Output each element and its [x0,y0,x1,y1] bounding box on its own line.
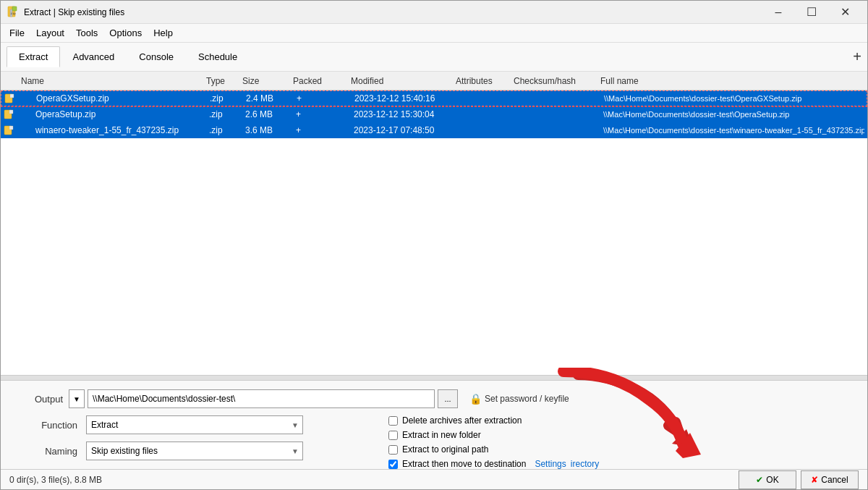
status-text: 0 dir(s), 3 file(s), 8.8 MB [9,475,102,485]
col-header-name[interactable]: Name [4,76,206,86]
cancel-label: Cancel [821,475,848,485]
file-icon [4,124,15,136]
file-name: OperaGXSetup.zip [19,93,210,104]
svg-rect-5 [10,94,14,98]
file-modified: 2023-12-17 07:48:50 [354,125,459,135]
file-modified: 2023-12-12 15:30:04 [354,109,459,119]
checkbox-new-folder: Extract in new folder [388,430,599,440]
svg-text:zip: zip [11,12,17,15]
file-icon [4,109,15,120]
status-bar: 0 dir(s), 3 file(s), 8.8 MB ✔ OK ✘ Cance… [1,469,867,489]
naming-label: Naming [12,446,77,457]
move-destination-label: Extract then move to destination [402,459,526,469]
col-header-checksum[interactable]: Checksum/hash [514,76,600,86]
ok-label: OK [766,475,778,485]
table-row[interactable]: OperaGXSetup.zip .zip 2.4 MB + 2023-12-1… [1,90,867,106]
bottom-panel: Output ▼ ... 🔒 Set password / keyfile Fu… [1,381,867,469]
lock-icon: 🔒 [469,393,482,405]
checkbox-move-destination: Extract then move to destination Setting… [388,459,599,469]
function-select[interactable]: Extract [86,415,303,434]
checkbox-original-path: Extract to original path [388,444,599,455]
file-packed: + [296,125,354,135]
table-row[interactable]: OperaSetup.zip .zip 2.6 MB + 2023-12-12 … [1,106,867,122]
file-icon [4,93,16,104]
naming-select[interactable]: Skip existing files [86,442,303,460]
output-label: Output [12,394,63,405]
forms-area: Function Extract ▼ Naming Skip existing … [12,415,856,469]
naming-row: Naming Skip existing files ▼ [12,442,359,460]
cancel-x-icon: ✘ [811,475,818,485]
app-icon: zip [7,6,20,19]
function-select-wrapper: Extract ▼ [86,415,303,434]
delete-archives-checkbox[interactable] [388,416,398,426]
function-label: Function [12,420,77,431]
menu-options[interactable]: Options [103,26,148,40]
file-type: .zip [209,109,245,119]
file-name: OperaSetup.zip [18,109,209,119]
browse-button[interactable]: ... [438,389,458,408]
settings-link[interactable]: Settings [535,459,566,469]
svg-rect-7 [9,110,13,114]
menu-file[interactable]: File [4,26,30,40]
left-forms: Function Extract ▼ Naming Skip existing … [12,415,359,469]
action-buttons: ✔ OK ✘ Cancel [739,470,859,489]
new-folder-label: Extract in new folder [402,430,481,440]
svg-rect-1 [12,7,17,11]
tab-advanced[interactable]: Advanced [60,46,127,67]
file-type: .zip [209,125,245,135]
password-label: Set password / keyfile [485,394,569,404]
tab-extract[interactable]: Extract [7,46,60,67]
window-title: Extract | Skip existing files [24,7,762,17]
file-fullname: \\Mac\Home\Documents\dossier-test\OperaG… [604,94,864,103]
original-path-label: Extract to original path [402,444,488,455]
col-header-type[interactable]: Type [206,76,242,86]
column-headers: Name Type Size Packed Modified Attribute… [1,72,867,90]
file-packed: + [297,93,354,104]
close-button[interactable]: ✕ [828,1,861,24]
col-header-packed[interactable]: Packed [293,76,351,86]
tab-schedule[interactable]: Schedule [186,46,250,67]
directory-suffix: irectory [571,459,599,469]
output-dropdown-button[interactable]: ▼ [69,389,85,408]
add-tab-button[interactable]: + [853,48,861,65]
move-destination-checkbox[interactable] [388,460,398,469]
title-bar: zip Extract | Skip existing files – ☐ ✕ [1,1,867,24]
menu-tools[interactable]: Tools [70,26,103,40]
file-list: OperaGXSetup.zip .zip 2.4 MB + 2023-12-1… [1,90,867,375]
new-folder-checkbox[interactable] [388,431,398,440]
menu-layout[interactable]: Layout [30,26,70,40]
ok-checkmark-icon: ✔ [756,475,763,485]
checkbox-delete-archives: Delete archives after extraction [388,415,599,426]
file-fullname: \\Mac\Home\Documents\dossier-test\OperaS… [603,110,864,119]
output-path-input[interactable] [88,389,435,408]
output-row: Output ▼ ... 🔒 Set password / keyfile [12,389,856,408]
menu-bar: File Layout Tools Options Help [1,24,867,43]
file-name: winaero-tweaker_1-55_fr_437235.zip [18,125,209,135]
function-row: Function Extract ▼ [12,415,359,434]
toolbar: Extract Advanced Console Schedule + [1,43,867,72]
menu-help[interactable]: Help [148,26,179,40]
naming-select-wrapper: Skip existing files ▼ [86,442,303,460]
window-controls: – ☐ ✕ [762,1,861,24]
delete-archives-label: Delete archives after extraction [402,415,522,426]
panel-divider [1,375,867,381]
col-header-modified[interactable]: Modified [351,76,456,86]
set-password-button[interactable]: 🔒 Set password / keyfile [469,393,569,405]
col-header-fullname[interactable]: Full name [600,76,864,86]
file-packed: + [296,109,354,119]
file-type: .zip [210,93,246,104]
svg-rect-9 [9,126,13,130]
file-fullname: \\Mac\Home\Documents\dossier-test\winaer… [603,126,864,135]
minimize-button[interactable]: – [762,1,795,24]
checkboxes-area: Delete archives after extraction Extract… [388,415,599,469]
tab-console[interactable]: Console [127,46,186,67]
col-header-size[interactable]: Size [242,76,293,86]
col-header-attributes[interactable]: Attributes [456,76,514,86]
maximize-button[interactable]: ☐ [795,1,828,24]
ok-button[interactable]: ✔ OK [739,470,796,489]
file-size: 2.6 MB [245,109,296,119]
table-row[interactable]: winaero-tweaker_1-55_fr_437235.zip .zip … [1,122,867,138]
main-window: zip Extract | Skip existing files – ☐ ✕ … [0,0,868,490]
original-path-checkbox[interactable] [388,445,398,455]
cancel-button[interactable]: ✘ Cancel [801,470,859,489]
